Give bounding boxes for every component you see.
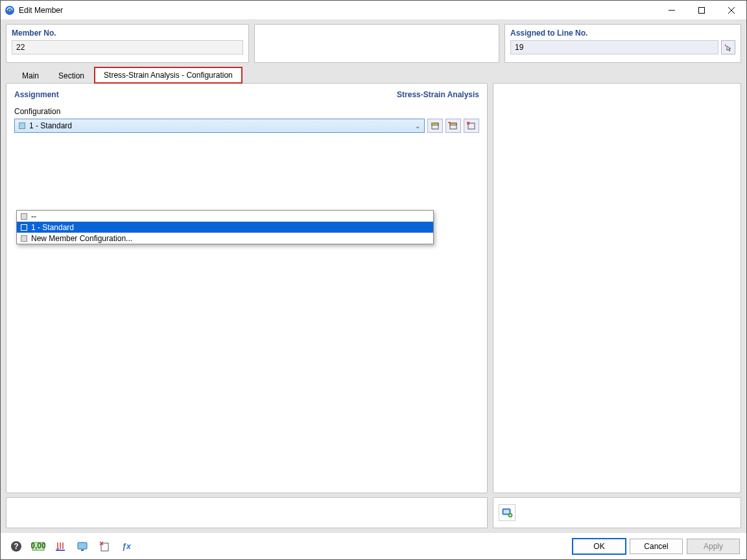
svg-text:?: ? [14,542,18,551]
swatch-icon [21,213,27,220]
cursor-pick-icon [724,43,733,52]
footer: ? 0,00 [1,532,746,559]
function-icon: ƒx [120,540,133,553]
render-button[interactable] [73,538,91,555]
cancel-button[interactable]: Cancel [630,539,683,554]
window-controls [657,1,746,20]
left-panel: Assignment Stress-Strain Analysis Config… [6,84,488,528]
remove-icon [98,540,111,553]
ok-button[interactable]: OK [573,539,626,554]
member-no-input[interactable] [12,40,243,54]
units-icon: 0,00 [31,540,45,553]
tab-main[interactable]: Main [12,67,49,84]
main-row: Assignment Stress-Strain Analysis Config… [1,84,746,532]
pick-line-button[interactable] [721,40,735,54]
combo-value: 1 - Standard [29,121,72,130]
edit-icon [448,121,458,130]
load-icon [54,540,67,553]
apply-button: Apply [687,539,740,554]
configuration-dropdown: -- 1 - Standard New Member Configuration… [16,210,434,244]
dropdown-item-label: New Member Configuration... [31,234,132,243]
configuration-row: 1 - Standard ⌄ [14,119,479,133]
preview-toolbar [493,497,741,528]
svg-rect-3 [699,7,705,13]
assignment-panel: Assignment Stress-Strain Analysis Config… [6,83,488,493]
units-button[interactable]: 0,00 [29,538,47,555]
svg-rect-10 [450,123,456,125]
dropdown-item-label: 1 - Standard [31,223,74,232]
swatch-icon [21,235,27,242]
display-icon [501,507,513,519]
assigned-line-label: Assigned to Line No. [510,29,735,38]
combo-color-swatch [19,122,25,129]
preview-panel [493,83,741,493]
stress-strain-title: Stress-Strain Analysis [397,90,479,99]
svg-point-1 [9,9,11,11]
right-panel [493,84,741,528]
content-area: Member No. Assigned to Line No. [1,20,746,532]
tab-section[interactable]: Section [49,67,94,84]
svg-rect-26 [78,542,87,549]
svg-text:ƒx: ƒx [122,542,132,551]
assigned-line-input[interactable] [510,40,718,54]
svg-point-8 [431,122,432,123]
load-case-button[interactable] [51,538,69,555]
top-row: Member No. Assigned to Line No. [1,20,746,65]
assigned-line-box: Assigned to Line No. [504,24,741,63]
new-config-button[interactable] [427,119,443,133]
dropdown-item-label: -- [31,212,36,221]
remove-button[interactable] [95,538,113,555]
app-icon [5,5,15,16]
configuration-combo[interactable]: 1 - Standard ⌄ [14,119,425,133]
configuration-label: Configuration [14,107,479,116]
preview-settings-button[interactable] [499,504,516,521]
spacer-box [254,24,499,63]
help-button[interactable]: ? [7,538,25,555]
maximize-button[interactable] [687,1,717,20]
member-no-box: Member No. [6,24,249,63]
titlebar: Edit Member [1,1,746,20]
svg-rect-15 [504,510,509,513]
tab-stress-strain[interactable]: Stress-Strain Analysis - Configuration [94,67,243,84]
dropdown-item-standard[interactable]: 1 - Standard [17,222,433,233]
edit-config-button[interactable] [445,119,461,133]
tabs-row: Main Section Stress-Strain Analysis - Co… [1,65,746,84]
close-button[interactable] [717,1,746,20]
left-status-panel [6,497,488,528]
minimize-button[interactable] [657,1,687,20]
swatch-icon [21,224,27,231]
assignment-title: Assignment [14,90,59,99]
help-icon: ? [10,540,23,553]
svg-rect-7 [432,123,438,125]
window-title: Edit Member [19,6,657,15]
new-icon [430,121,440,130]
dropdown-item-new[interactable]: New Member Configuration... [17,233,433,244]
member-no-label: Member No. [12,29,243,38]
dropdown-item-empty[interactable]: -- [17,211,433,222]
svg-text:0,00: 0,00 [31,541,45,550]
monitor-icon [76,540,89,553]
chevron-down-icon: ⌄ [415,122,420,130]
function-button[interactable]: ƒx [117,538,136,555]
delete-icon [466,121,477,130]
delete-config-button[interactable] [464,119,479,133]
dialog-window: Edit Member Member No. Assigned to Line … [0,0,747,560]
